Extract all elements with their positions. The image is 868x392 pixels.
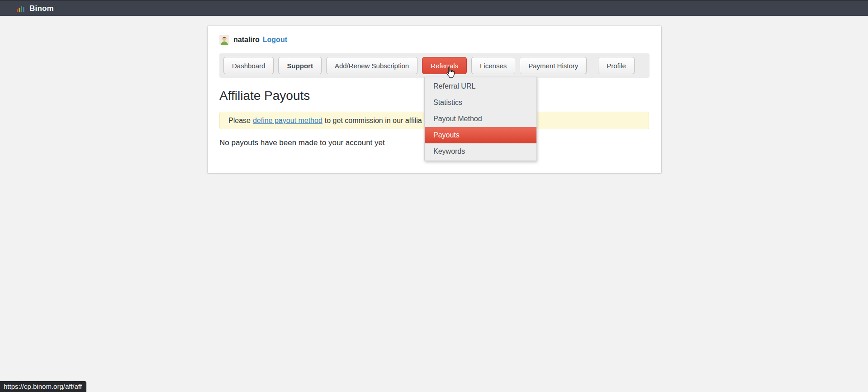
alert-text-prefix: Please xyxy=(228,117,251,125)
menu-item-keywords[interactable]: Keywords xyxy=(425,143,536,160)
menu-item-referral-url[interactable]: Referral URL xyxy=(425,78,536,94)
nav-tab-licenses[interactable]: Licenses xyxy=(471,57,515,74)
binom-logo[interactable]: Binom xyxy=(17,4,54,13)
nav-tab-support[interactable]: Support xyxy=(278,57,322,74)
topbar: Binom xyxy=(0,0,868,16)
avatar xyxy=(219,35,229,45)
username: nataliro xyxy=(233,36,260,44)
link-preview-statusbar: https://cp.binom.org/aff/aff xyxy=(0,381,86,392)
define-payout-method-link[interactable]: define payout method xyxy=(253,117,323,125)
nav-tab-profile[interactable]: Profile xyxy=(598,57,635,74)
menu-item-statistics[interactable]: Statistics xyxy=(425,94,536,111)
user-row: nataliro Logout xyxy=(219,34,650,46)
nav-tab-referrals[interactable]: Referrals xyxy=(422,57,467,74)
logout-link[interactable]: Logout xyxy=(263,36,287,44)
referrals-dropdown-menu: Referral URL Statistics Payout Method Pa… xyxy=(424,77,537,161)
nav-tab-dashboard[interactable]: Dashboard xyxy=(223,57,274,74)
alert-text-suffix: to get commission in our affilia xyxy=(325,117,422,125)
main-nav: Dashboard Support Add/Renew Subscription… xyxy=(219,53,650,78)
brand-title: Binom xyxy=(29,4,54,13)
menu-item-payouts[interactable]: Payouts xyxy=(425,127,536,143)
bar-chart-icon xyxy=(17,5,24,12)
nav-tab-payment-history[interactable]: Payment History xyxy=(520,57,587,74)
menu-item-payout-method[interactable]: Payout Method xyxy=(425,111,536,127)
nav-tab-add-renew-subscription[interactable]: Add/Renew Subscription xyxy=(326,57,417,74)
